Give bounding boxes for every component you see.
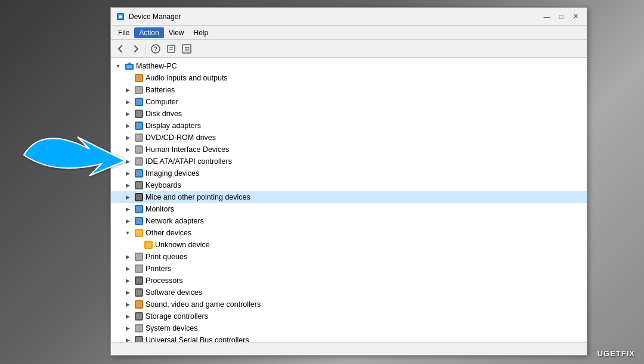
tree-item[interactable]: ▶ IDE ATA/ATAPI controllers <box>111 155 587 167</box>
tree-item[interactable]: ▶ Print queues <box>111 251 587 263</box>
tree-item[interactable]: ▶ Monitors <box>111 203 587 215</box>
expand-button[interactable]: ▶ <box>123 335 132 342</box>
svg-rect-14 <box>136 75 142 81</box>
item-label: Sound, video and game controllers <box>145 300 261 309</box>
menu-bar: File Action View Help <box>111 26 587 40</box>
expand-button[interactable]: ▶ <box>123 276 132 285</box>
svg-text:⊞: ⊞ <box>184 45 190 52</box>
window-controls: — □ ✕ <box>540 10 582 23</box>
tree-items: Audio inputs and outputs▶ Batteries▶ Com… <box>111 72 587 342</box>
tree-root[interactable]: ▼ Matthew-PC <box>111 60 587 72</box>
expand-button[interactable]: ▶ <box>123 252 132 262</box>
menu-action[interactable]: Action <box>134 27 163 38</box>
expand-button[interactable]: ▶ <box>123 85 132 95</box>
svg-rect-11 <box>126 65 132 69</box>
item-label: Mice and other pointing devices <box>145 193 250 201</box>
expand-button[interactable]: ▶ <box>123 300 132 309</box>
item-label: Universal Serial Bus controllers <box>145 336 249 342</box>
forward-button[interactable] <box>129 42 143 56</box>
item-label: Storage controllers <box>145 312 208 321</box>
root-icon <box>125 61 134 71</box>
item-icon <box>134 276 144 285</box>
item-label: Software devices <box>145 288 202 297</box>
help-button[interactable]: ? <box>148 42 163 56</box>
item-icon <box>134 264 144 273</box>
device-tree[interactable]: ▼ Matthew-PC Audio inputs and outputs▶ B… <box>111 58 587 342</box>
minimize-button[interactable]: — <box>540 10 553 23</box>
back-button[interactable] <box>113 42 128 56</box>
expand-button[interactable]: ▶ <box>123 288 132 297</box>
tree-item[interactable]: ▶ Sound, video and game controllers <box>111 298 587 310</box>
svg-rect-12 <box>128 63 131 64</box>
tree-item[interactable]: ▶ Storage controllers <box>111 310 587 322</box>
menu-help[interactable]: Help <box>189 27 213 38</box>
item-icon <box>134 73 144 83</box>
menu-view[interactable]: View <box>164 27 189 38</box>
item-label: Display adapters <box>145 122 201 130</box>
expand-button[interactable]: ▶ <box>123 312 132 321</box>
close-button[interactable]: ✕ <box>569 10 582 23</box>
expand-button[interactable]: ▶ <box>123 216 132 226</box>
tree-item[interactable]: ▶ Network adapters <box>111 215 587 227</box>
tree-item[interactable]: ▶ DVD/CD-ROM drives <box>111 132 587 144</box>
tree-item[interactable]: ▶ System devices <box>111 322 587 334</box>
svg-rect-48 <box>136 278 142 284</box>
item-icon <box>134 300 144 309</box>
item-label: Keyboards <box>145 181 181 189</box>
svg-rect-20 <box>136 111 142 117</box>
svg-rect-56 <box>136 325 142 331</box>
tree-item[interactable]: ▶ Software devices <box>111 287 587 298</box>
svg-rect-40 <box>136 230 142 236</box>
item-label: Human Interface Devices <box>145 145 229 154</box>
tree-item[interactable]: ▼ Other devices <box>111 227 587 239</box>
expand-button[interactable]: ▼ <box>123 228 132 238</box>
maximize-button[interactable]: □ <box>555 10 568 23</box>
item-label: Network adapters <box>145 217 204 225</box>
tree-item[interactable]: Audio inputs and outputs <box>111 72 587 84</box>
item-icon <box>134 85 144 95</box>
item-label: Unknown device <box>155 241 210 249</box>
item-icon <box>134 252 144 262</box>
root-label: Matthew-PC <box>136 62 177 70</box>
update-button[interactable]: ⊞ <box>179 42 194 56</box>
tree-item[interactable]: ▶ Processors <box>111 275 587 287</box>
item-icon <box>134 323 144 333</box>
item-label: System devices <box>145 324 198 332</box>
item-icon <box>134 228 144 238</box>
expand-button[interactable]: ▶ <box>123 264 132 273</box>
toolbar: ? ⊞ <box>111 40 587 58</box>
expand-root[interactable]: ▼ <box>113 61 123 71</box>
tree-item[interactable]: ▶ Computer <box>111 96 587 108</box>
expand-button[interactable]: ▶ <box>123 109 132 119</box>
svg-rect-5 <box>168 45 175 52</box>
item-label: IDE ATA/ATAPI controllers <box>145 157 232 166</box>
svg-rect-38 <box>136 218 142 224</box>
tree-item[interactable]: ▶ Imaging devices <box>111 167 587 179</box>
expand-button[interactable] <box>132 240 142 250</box>
tree-item[interactable]: ▶ Universal Serial Bus controllers <box>111 334 587 342</box>
tree-item[interactable]: ▶ Mice and other pointing devices <box>111 191 587 203</box>
watermark: UGETFIX <box>597 349 635 358</box>
item-label: Monitors <box>145 205 174 213</box>
item-label: DVD/CD-ROM drives <box>145 133 216 142</box>
item-icon <box>134 109 144 119</box>
tree-item[interactable]: ▶ Batteries <box>111 84 587 96</box>
tree-item[interactable]: ▶ Display adapters <box>111 120 587 132</box>
expand-button[interactable]: ▶ <box>123 97 132 107</box>
expand-button[interactable]: ▶ <box>123 323 132 333</box>
tree-item[interactable]: Unknown device <box>111 239 587 251</box>
item-label: Processors <box>145 276 183 285</box>
item-label: Computer <box>145 98 178 106</box>
menu-file[interactable]: File <box>113 27 134 38</box>
item-label: Disk drives <box>145 110 182 118</box>
item-icon <box>134 335 144 342</box>
expand-button[interactable] <box>123 73 132 83</box>
tree-item[interactable]: ▶ Human Interface Devices <box>111 144 587 155</box>
arrow-annotation <box>18 119 137 214</box>
tree-item[interactable]: ▶ Keyboards <box>111 179 587 191</box>
properties-button[interactable] <box>164 42 178 56</box>
tree-item[interactable]: ▶ Disk drives <box>111 108 587 120</box>
svg-rect-18 <box>136 99 142 105</box>
item-label: Batteries <box>145 86 175 94</box>
tree-item[interactable]: ▶ Printers <box>111 263 587 275</box>
